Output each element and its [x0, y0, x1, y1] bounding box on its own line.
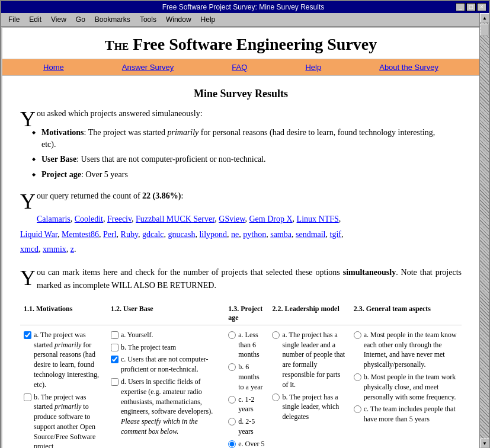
list-item: Project age: Over 5 years: [32, 169, 450, 181]
col-header-1.2: 1.2. User Base: [107, 302, 225, 325]
menu-bookmarks[interactable]: Bookmarks: [90, 14, 135, 25]
content-area: The Free Software Engineering Survey Hom…: [2, 28, 479, 448]
nav-home[interactable]: Home: [43, 63, 64, 72]
title-bar: Free Software Project Survey: Mine Surve…: [1, 1, 489, 13]
checkbox-1.2b[interactable]: [111, 344, 119, 351]
label-1.2d: d. Users in specific fields of expertise…: [121, 377, 221, 437]
radio-2.3b[interactable]: [354, 373, 361, 381]
radio-1.3c[interactable]: [228, 396, 236, 404]
checkbox-1.1b[interactable]: [24, 393, 31, 401]
checkbox-1.2c[interactable]: [111, 356, 119, 363]
project-link[interactable]: Liquid War: [20, 230, 57, 239]
label-1.3d: d. 2-5 years: [238, 417, 265, 437]
radio-1.3e[interactable]: [228, 440, 236, 448]
mark-text: Y ou can mark items here and check for t…: [20, 266, 462, 293]
nav-faq[interactable]: FAQ: [232, 63, 247, 72]
radio-item-1.3a: a. Less than 6 months: [228, 330, 265, 360]
radio-1.3a[interactable]: [228, 331, 236, 339]
radio-1.3b[interactable]: [228, 363, 236, 371]
label-2.3c: c. The team includes people that have mo…: [364, 404, 458, 424]
site-title: The Free Software Engineering Survey: [14, 35, 467, 54]
query-end: :: [181, 191, 183, 200]
radio-item-1.3b: b. 6 months to a year: [228, 362, 265, 392]
project-link[interactable]: Calamaris: [37, 215, 71, 223]
project-link[interactable]: Linux NTFS: [297, 215, 339, 223]
project-link[interactable]: Cooledit: [75, 215, 103, 223]
close-button[interactable]: ×: [477, 3, 486, 11]
radio-2.3c[interactable]: [354, 405, 361, 413]
nav-answer-survey[interactable]: Answer Survey: [122, 63, 174, 72]
radio-1.3d[interactable]: [228, 418, 236, 425]
checkbox-item-1.1a: a. The project was started primarily for…: [24, 330, 104, 390]
project-link[interactable]: tgif: [330, 230, 341, 239]
intro-content: ou asked which projects answered simulan…: [37, 109, 203, 118]
project-link[interactable]: Freeciv: [107, 215, 132, 223]
scroll-thumb[interactable]: [481, 24, 489, 36]
menu-window[interactable]: Window: [161, 14, 196, 25]
radio-item-2.2b: b. The project has a single leader, whic…: [272, 392, 346, 422]
checkbox-1.2d[interactable]: [111, 378, 119, 386]
bullet-label-2: User Base: [41, 155, 76, 164]
query-count: 22 (3.86%): [142, 191, 181, 200]
menu-go[interactable]: Go: [71, 14, 90, 25]
label-1.1b: b. The project was started primarily to …: [34, 392, 104, 449]
scroll-down-button[interactable]: ▼: [480, 439, 489, 448]
window-controls: _ □ ×: [456, 3, 489, 11]
title-rest: Free Software Engineering Survey: [129, 35, 377, 53]
radio-item-1.3d: d. 2-5 years: [228, 417, 265, 437]
radio-item-1.3c: c. 1-2 years: [228, 395, 265, 415]
project-link[interactable]: lilypond: [199, 230, 227, 239]
scrollbar: ▲ ▼: [479, 13, 489, 448]
project-link[interactable]: gdcalc: [142, 230, 164, 239]
project-link[interactable]: z: [71, 245, 74, 254]
label-2.3a: a. Most people in the team know each oth…: [364, 330, 458, 370]
col-header-1.3: 1.3. Project age: [225, 302, 268, 325]
mark-intro: ou can mark items here and check for the…: [37, 268, 462, 290]
list-item: Motivations: The project was started pri…: [32, 127, 450, 150]
project-link[interactable]: xmcd: [20, 245, 39, 254]
col-1.3: a. Less than 6 months b. 6 months to a y…: [225, 325, 268, 448]
checkbox-item-1.2a: a. Yourself.: [111, 330, 221, 340]
project-link[interactable]: sendmail: [296, 230, 326, 239]
radio-item-2.3c: c. The team includes people that have mo…: [354, 404, 458, 424]
checkbox-item-1.2d: d. Users in specific fields of expertise…: [111, 377, 221, 437]
query-result: Y our query returned the count of 22 (3.…: [20, 190, 462, 202]
checkbox-1.1a[interactable]: [24, 331, 31, 339]
nav-about[interactable]: About the Survey: [379, 63, 438, 72]
project-link[interactable]: xmmix: [43, 245, 66, 254]
project-link[interactable]: gnucash: [168, 230, 196, 239]
scroll-up-button[interactable]: ▲: [480, 13, 489, 23]
project-link[interactable]: Perl: [103, 230, 117, 239]
bullet-label-1: Motivations: [41, 128, 84, 137]
menu-edit[interactable]: Edit: [24, 14, 46, 25]
menu-view[interactable]: View: [46, 14, 71, 25]
label-1.2c: c. Users that are not computer-proficien…: [121, 354, 221, 375]
radio-2.2b[interactable]: [272, 393, 280, 401]
label-2.2a: a. The project has a single leader and a…: [282, 330, 346, 390]
nav-help[interactable]: Help: [305, 63, 321, 72]
menu-file[interactable]: File: [4, 14, 24, 25]
col-header-2.2: 2.2. Leadership model: [268, 302, 350, 325]
project-link[interactable]: GSview: [219, 215, 245, 223]
project-link[interactable]: ne: [231, 230, 239, 239]
checkbox-1.2a[interactable]: [111, 331, 119, 339]
project-links: Calamaris, Cooledit, Freeciv, Fuzzball M…: [20, 212, 462, 257]
list-item: User Base: Users that are not computer-p…: [32, 153, 450, 165]
project-link[interactable]: Memtest86: [62, 230, 99, 239]
main-content: Mine Survey Results Y ou asked which pro…: [2, 76, 479, 448]
maximize-button[interactable]: □: [466, 3, 476, 11]
page-header: The Free Software Engineering Survey: [2, 28, 479, 59]
menu-tools[interactable]: Tools: [135, 14, 161, 25]
menu-help[interactable]: Help: [196, 14, 220, 25]
project-link[interactable]: python: [243, 230, 266, 239]
radio-2.2a[interactable]: [272, 331, 280, 339]
radio-2.3a[interactable]: [354, 331, 361, 339]
project-link[interactable]: samba: [270, 230, 292, 239]
survey-table: 1.1. Motivations 1.2. User Base 1.3. Pro…: [20, 302, 462, 448]
project-link[interactable]: Ruby: [121, 230, 138, 239]
minimize-button[interactable]: _: [456, 3, 465, 11]
simultaneously-text: simultaneously: [343, 268, 396, 277]
project-link[interactable]: Gem Drop X: [249, 215, 292, 223]
project-link[interactable]: Fuzzball MUCK Server: [136, 215, 214, 223]
label-1.1a: a. The project was started primarily for…: [34, 330, 104, 390]
